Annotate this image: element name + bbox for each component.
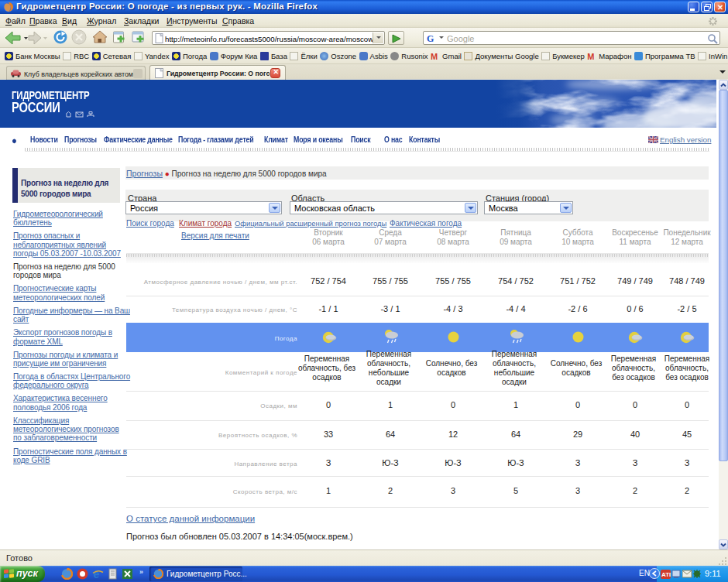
svg-text:G: G — [427, 33, 434, 43]
svg-text:e: e — [94, 568, 100, 580]
svg-text:ATI: ATI — [661, 571, 671, 578]
